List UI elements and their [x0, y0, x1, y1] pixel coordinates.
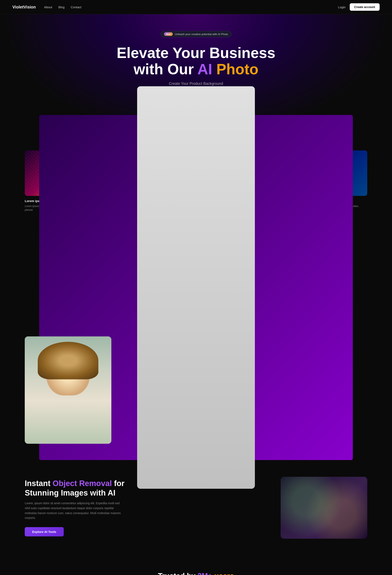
- site-logo: VioletVision: [12, 5, 36, 9]
- hero-subtitle: Create Your Product Background: [12, 81, 380, 86]
- login-button[interactable]: Login: [338, 5, 346, 9]
- navbar-right: Login Create account: [338, 3, 380, 11]
- explore-tools-button-2[interactable]: Explore AI Tools: [25, 527, 64, 536]
- badge-new-label: New: [164, 32, 173, 36]
- trusted-part2: users: [212, 572, 234, 575]
- feature-1-image: [25, 336, 111, 444]
- feature-2-image-wrap: [281, 477, 367, 539]
- product-showcase: Lorem ipsum Lorem ipsum dolor sit amet c…: [0, 138, 392, 224]
- hero-title: Elevate Your Business with Our AI Photo: [12, 45, 380, 77]
- create-account-button[interactable]: Create account: [350, 3, 380, 11]
- nav-link-about[interactable]: About: [44, 5, 52, 9]
- hero-title-accent-purple: AI: [197, 61, 212, 77]
- trusted-section: Trusted by 2M+ users ⬡ Framer ◇ airbnb ⬟…: [0, 555, 392, 575]
- trusted-title: Trusted by 2M+ users: [25, 572, 367, 575]
- badge-text: Unleash your creative potential with AI …: [175, 33, 228, 36]
- hero-title-line2: with Our AI Photo: [12, 61, 380, 77]
- feature-2-desc: Lorem, ipsum dolor sit amet consectetur …: [25, 501, 124, 521]
- phone-overlay: [198, 150, 255, 196]
- navbar-left: VioletVision About Blog Contact: [12, 5, 82, 9]
- hero-title-accent-orange: Photo: [212, 61, 258, 77]
- nav-links: About Blog Contact: [44, 5, 82, 9]
- nav-link-contact[interactable]: Contact: [71, 5, 82, 9]
- trusted-part1: Trusted by: [158, 572, 196, 575]
- feature-2-title-part1: Instant: [25, 479, 50, 488]
- hero-badge: New Unleash your creative potential with…: [160, 31, 232, 37]
- feature-2-accent: Object Removal: [50, 479, 112, 488]
- navbar: VioletVision About Blog Contact Login Cr…: [0, 0, 392, 14]
- trusted-accent: 2M+: [196, 572, 212, 575]
- feature-2-image: [281, 477, 367, 539]
- feature-1-image-wrap: [25, 336, 111, 444]
- person-image: [25, 336, 111, 444]
- hero-title-line1: Elevate Your Business: [117, 45, 276, 61]
- nav-link-blog[interactable]: Blog: [58, 5, 65, 9]
